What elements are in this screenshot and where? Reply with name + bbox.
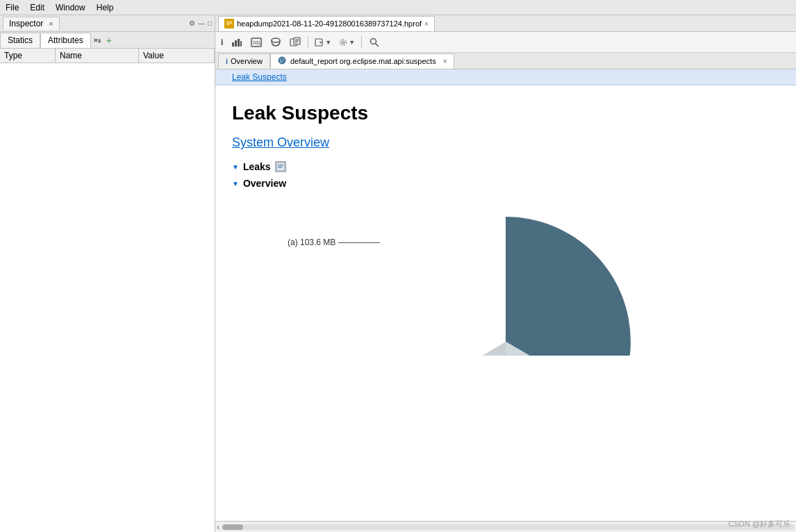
svg-text:i: i (280, 58, 281, 64)
toolbar: i OQL (215, 32, 796, 53)
menu-help[interactable]: Help (97, 3, 114, 13)
leaks-collapse-arrow: ▼ (232, 163, 239, 171)
svg-rect-25 (278, 165, 283, 166)
leaks-section-icon[interactable] (275, 161, 286, 172)
leak-suspects-title: Leak Suspects (232, 102, 779, 124)
pie-chart-svg (367, 203, 645, 383)
leaks-section-label: Leaks (243, 161, 271, 172)
svg-rect-26 (278, 167, 282, 168)
editor-tab-bar: heapdump2021-08-11-20-491280016389737124… (215, 15, 796, 32)
more-label: »₂ (94, 35, 101, 44)
svg-point-10 (272, 38, 280, 42)
watermark: CSDN @好多可乐 (729, 519, 790, 529)
overview-tab-label: Overview (231, 57, 263, 65)
overview-tab-icon: i (226, 57, 228, 65)
svg-marker-17 (320, 42, 322, 44)
default-report-icon: i (278, 56, 286, 66)
toolbar-sep-2 (361, 36, 362, 49)
dropdown-arrow-1: ▼ (325, 39, 331, 46)
toolbar-heap-btn[interactable] (267, 34, 284, 51)
svg-point-19 (340, 39, 347, 45)
svg-line-21 (376, 43, 379, 46)
scrollbar-thumb[interactable] (222, 524, 243, 530)
toolbar-gear-dropdown-btn[interactable]: ▼ (336, 34, 357, 51)
inspector-tab[interactable]: Inspector × (3, 17, 60, 30)
system-overview-link[interactable]: System Overview (232, 135, 779, 150)
svg-rect-3 (226, 24, 230, 25)
toolbar-bar-chart-btn[interactable] (229, 34, 245, 51)
svg-point-18 (342, 41, 345, 44)
inspector-sub-tabs: Statics Attributes »₂ + (0, 32, 215, 49)
tab-add[interactable]: + (106, 35, 112, 46)
tab-default-report[interactable]: i default_report org.eclipse.mat.api:sus… (270, 53, 455, 69)
menu-window[interactable]: Window (56, 3, 85, 13)
toolbar-dropdown-btn1[interactable]: ▼ (313, 34, 333, 51)
svg-rect-27 (367, 356, 645, 383)
default-report-close[interactable]: × (443, 58, 447, 65)
inspector-table: Type Name Value (0, 49, 215, 532)
menu-file[interactable]: File (6, 3, 19, 13)
pie-chart-container (232, 203, 779, 383)
inspector-panel: Inspector × ⚙ — □ Statics Attributes »₂ … (0, 15, 215, 532)
default-report-label: default_report org.eclipse.mat.api:suspe… (290, 57, 436, 65)
col-name: Name (56, 49, 139, 63)
menu-edit[interactable]: Edit (30, 3, 44, 13)
content-area[interactable]: Leak Suspects Leak Suspects System Overv… (215, 69, 796, 521)
settings-icon[interactable]: ⚙ (189, 19, 195, 27)
toolbar-info-label: i (221, 38, 223, 47)
svg-point-22 (279, 57, 285, 64)
inspector-tab-label: Inspector (9, 19, 43, 28)
tab-attributes[interactable]: Attributes (40, 33, 91, 48)
editor-tab-label: heapdump2021-08-11-20-491280016389737124… (237, 19, 422, 28)
content-inner: Leak Suspects System Overview ▼ Leaks (215, 85, 796, 408)
tab-overview[interactable]: i Overview (218, 53, 270, 69)
content-tab-bar: i Overview i default_report org.eclipse.… (215, 53, 796, 69)
tab-more[interactable]: »₂ (91, 34, 103, 46)
hprof-file-icon (224, 19, 234, 28)
svg-rect-7 (240, 41, 242, 47)
svg-rect-2 (226, 23, 232, 24)
overview-collapse-arrow: ▼ (232, 180, 239, 188)
editor-tab-hprof[interactable]: heapdump2021-08-11-20-491280016389737124… (218, 16, 435, 31)
inspector-panel-icons: ⚙ — □ (189, 19, 212, 27)
table-header: Type Name Value (0, 49, 215, 63)
inspector-tab-close[interactable]: × (49, 19, 53, 28)
dropdown-arrow-2: ▼ (349, 39, 355, 46)
scrollbar-track[interactable] (222, 524, 795, 530)
col-type: Type (0, 49, 56, 63)
main-layout: Inspector × ⚙ — □ Statics Attributes »₂ … (0, 15, 796, 532)
svg-rect-5 (235, 40, 237, 47)
toolbar-oql-btn[interactable]: OQL (248, 34, 265, 51)
tab-statics[interactable]: Statics (0, 33, 40, 48)
right-panel: heapdump2021-08-11-20-491280016389737124… (215, 15, 796, 532)
svg-rect-1 (226, 22, 232, 22)
svg-text:OQL: OQL (253, 40, 262, 46)
svg-rect-4 (232, 42, 234, 47)
inspector-tab-bar: Inspector × ⚙ — □ (0, 15, 215, 32)
toolbar-class-btn[interactable] (287, 34, 304, 51)
editor-tab-close[interactable]: × (424, 20, 429, 28)
toolbar-sep-1 (308, 36, 308, 49)
menu-bar: File Edit Window Help (0, 0, 796, 15)
bottom-scrollbar[interactable]: ‹ (215, 521, 796, 532)
scroll-left-arrow[interactable]: ‹ (217, 522, 219, 532)
col-value: Value (139, 49, 215, 63)
leaks-section-header[interactable]: ▼ Leaks (232, 161, 779, 172)
breadcrumb-link[interactable]: Leak Suspects (232, 72, 287, 82)
chart-area: (a) 103.6 MB (232, 203, 779, 397)
svg-rect-6 (238, 39, 240, 47)
overview-section-header[interactable]: ▼ Overview (232, 178, 779, 189)
minimize-icon[interactable]: — (198, 19, 205, 27)
overview-section-label: Overview (243, 178, 286, 189)
toolbar-search-btn[interactable] (366, 34, 383, 51)
table-body (0, 63, 215, 531)
maximize-icon[interactable]: □ (208, 19, 212, 27)
